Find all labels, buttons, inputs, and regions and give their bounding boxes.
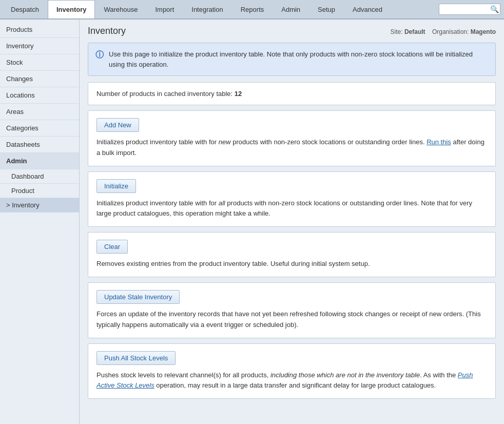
site-label: Site:	[391, 28, 403, 35]
sidebar-item-locations[interactable]: Locations	[0, 87, 79, 104]
nav-tab-admin[interactable]: Admin	[273, 0, 309, 18]
initialize-description: Initializes product inventory table with…	[96, 198, 487, 220]
search-container: 🔍	[436, 0, 502, 18]
sidebar-item-datasheets[interactable]: Datasheets	[0, 137, 79, 153]
push-all-button[interactable]: Push All Stock Levels	[96, 351, 176, 365]
clear-section: Clear Removes existing entries from the …	[88, 232, 496, 277]
push-all-description: Pushes stock levels to relevant channel(…	[96, 370, 487, 392]
clear-button[interactable]: Clear	[96, 240, 128, 254]
site-value: Default	[404, 28, 425, 35]
initialize-button[interactable]: Initialize	[96, 179, 136, 193]
info-text: Use this page to initialize the product …	[109, 49, 488, 69]
nav-tab-advanced[interactable]: Advanced	[344, 0, 391, 18]
sidebar-sub-item-inventory[interactable]: > Inventory	[0, 198, 79, 213]
page-meta: Site: Default Organisation: Magento	[391, 28, 496, 35]
nav-tab-warehouse[interactable]: Warehouse	[95, 0, 146, 18]
sidebar-item-stock[interactable]: Stock	[0, 54, 79, 71]
nav-tab-integration[interactable]: Integration	[183, 0, 231, 18]
count-value: 12	[235, 90, 242, 98]
sidebar-item-areas[interactable]: Areas	[0, 104, 79, 120]
org-value: Magento	[471, 28, 496, 35]
top-nav: Despatch Inventory Warehouse Import Inte…	[0, 0, 504, 20]
update-stale-button[interactable]: Update Stale Inventory	[96, 290, 180, 304]
push-all-section: Push All Stock Levels Pushes stock level…	[88, 343, 496, 399]
info-icon: ⓘ	[95, 50, 104, 61]
sidebar-item-changes[interactable]: Changes	[0, 71, 79, 87]
count-card: Number of products in cached inventory t…	[88, 82, 496, 105]
sidebar-group-admin[interactable]: Admin	[0, 153, 79, 169]
main-layout: Products Inventory Stock Changes Locatio…	[0, 20, 504, 424]
clear-description: Removes existing entries from the produc…	[96, 259, 487, 269]
count-text: Number of products in cached inventory t…	[96, 90, 242, 98]
sidebar-sub-item-dashboard[interactable]: Dashboard	[0, 169, 79, 184]
org-label: Organisation:	[432, 28, 469, 35]
page-header: Inventory Site: Default Organisation: Ma…	[88, 26, 496, 36]
update-stale-description: Forces an update of the inventory record…	[96, 309, 487, 331]
sidebar-item-categories[interactable]: Categories	[0, 120, 79, 137]
add-new-button[interactable]: Add New	[96, 118, 139, 132]
main-content: Inventory Site: Default Organisation: Ma…	[80, 20, 504, 424]
initialize-section: Initialize Initializes product inventory…	[88, 171, 496, 227]
nav-tab-reports[interactable]: Reports	[232, 0, 273, 18]
page-title: Inventory	[88, 26, 126, 36]
add-new-description: Initializes product inventory table with…	[96, 137, 487, 159]
nav-tab-despatch[interactable]: Despatch	[2, 0, 48, 18]
sidebar-item-products[interactable]: Products	[0, 22, 79, 38]
update-stale-section: Update Stale Inventory Forces an update …	[88, 282, 496, 338]
nav-tab-setup[interactable]: Setup	[309, 0, 344, 18]
sidebar-sub-item-product[interactable]: Product	[0, 184, 79, 198]
sidebar: Products Inventory Stock Changes Locatio…	[0, 20, 80, 424]
add-new-section: Add New Initializes product inventory ta…	[88, 110, 496, 166]
update-stale-auto-text: This typically happens automatically via…	[96, 310, 481, 329]
sidebar-item-inventory[interactable]: Inventory	[0, 38, 79, 54]
nav-tab-import[interactable]: Import	[146, 0, 183, 18]
run-this-link[interactable]: Run this	[427, 138, 451, 146]
info-box: ⓘ Use this page to initialize the produc…	[88, 43, 496, 76]
search-icon[interactable]: 🔍	[490, 5, 499, 13]
nav-tab-inventory[interactable]: Inventory	[48, 0, 95, 18]
